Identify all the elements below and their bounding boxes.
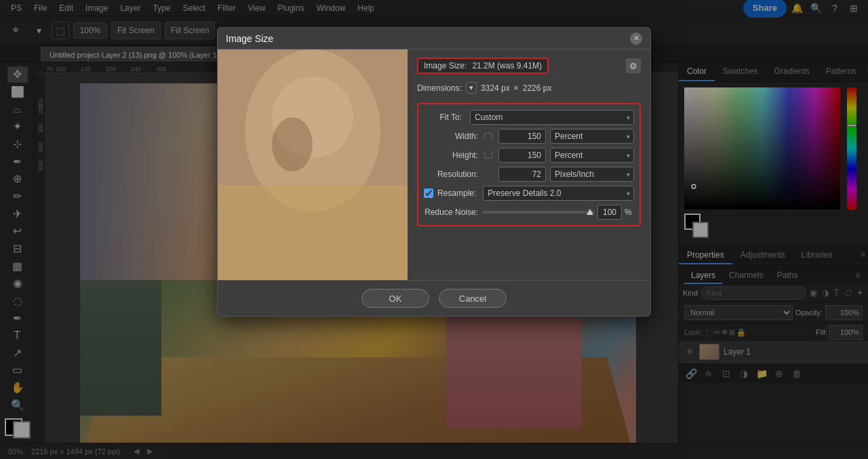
height-row: Height: Percent Pixels Inches Centimeter… — [424, 148, 634, 163]
width-unit-select[interactable]: Percent Pixels Inches Centimeters — [550, 129, 634, 144]
dialog-preview — [218, 49, 408, 280]
width-label: Width: — [424, 132, 478, 141]
resample-label[interactable]: Resample: — [437, 188, 476, 198]
width-input[interactable] — [498, 129, 546, 144]
resize-controls-section: Fit To: Custom Original Size Screen Reso… — [417, 103, 641, 226]
dialog-overlay: Image Size ✕ Image Size: 21.2M (was 9.41… — [0, 0, 868, 459]
height-label: Height: — [424, 151, 478, 160]
dialog-titlebar: Image Size ✕ — [218, 28, 650, 49]
dialog-title: Image Size — [226, 33, 273, 44]
resolution-row: Resolution: Pixels/Inch Pixels/Cm — [424, 167, 634, 182]
fit-to-select[interactable]: Custom Original Size Screen Resolution 7… — [470, 110, 634, 125]
ok-button[interactable]: OK — [361, 289, 429, 308]
chain-icon-bottom — [482, 152, 494, 159]
resolution-unit-select[interactable]: Pixels/Inch Pixels/Cm — [550, 167, 634, 182]
noise-label: Reduce Noise: — [424, 207, 478, 217]
dimensions-width: 3324 px — [481, 83, 510, 93]
settings-gear-button[interactable]: ⚙ — [626, 58, 641, 73]
dimensions-dropdown[interactable]: ▾ — [466, 82, 477, 94]
dialog-footer: OK Cancel — [218, 280, 650, 316]
resolution-input[interactable] — [498, 167, 546, 182]
chain-icon-top — [482, 133, 494, 140]
dialog-body: Image Size: 21.2M (was 9.41M) ⚙ Dimensio… — [218, 49, 650, 280]
dialog-controls-panel: Image Size: 21.2M (was 9.41M) ⚙ Dimensio… — [408, 49, 650, 280]
dimensions-row: Dimensions: ▾ 3324 px × 2226 px — [417, 82, 641, 94]
resolution-label: Resolution: — [424, 169, 478, 179]
fit-to-label: Fit To: — [424, 113, 462, 122]
image-size-badge: Image Size: 21.2M (was 9.41M) — [417, 58, 549, 74]
noise-percent: % — [625, 207, 634, 217]
fit-to-row: Fit To: Custom Original Size Screen Reso… — [424, 110, 634, 125]
image-size-label: Image Size: — [424, 61, 467, 71]
image-size-row: Image Size: 21.2M (was 9.41M) ⚙ — [417, 58, 641, 74]
dimensions-label: Dimensions: — [417, 83, 462, 93]
dialog-close-button[interactable]: ✕ — [630, 33, 642, 45]
dimensions-x: × — [514, 83, 519, 93]
resample-checkbox-group: Resample: — [424, 188, 476, 198]
resample-row: Resample: Preserve Details 2.0 Automatic… — [424, 186, 634, 201]
reduce-noise-row: Reduce Noise: 100 % — [424, 205, 634, 220]
image-size-dialog: Image Size ✕ Image Size: 21.2M (was 9.41… — [217, 27, 651, 317]
cancel-button[interactable]: Cancel — [439, 289, 507, 308]
noise-slider-track[interactable] — [482, 211, 595, 214]
resample-method-select[interactable]: Preserve Details 2.0 Automatic Preserve … — [483, 186, 634, 201]
width-row: Width: Percent Pixels Inches Centimeters — [424, 129, 634, 144]
noise-slider-thumb[interactable] — [587, 209, 593, 215]
height-unit-select[interactable]: Percent Pixels Inches Centimeters — [550, 148, 634, 163]
image-size-value: 21.2M (was 9.41M) — [472, 61, 542, 71]
resample-checkbox[interactable] — [424, 188, 433, 198]
dimensions-height: 2226 px — [523, 83, 552, 93]
noise-value: 100 — [597, 205, 622, 220]
height-input[interactable] — [498, 148, 546, 163]
